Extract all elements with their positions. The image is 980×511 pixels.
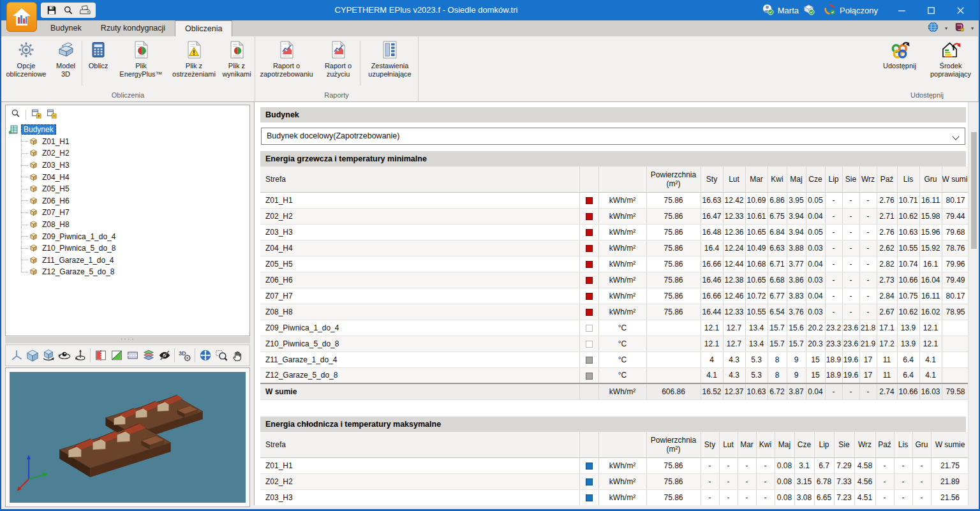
month-value-cell: 8 [768, 352, 787, 367]
user-account-icon[interactable] [762, 3, 774, 17]
tree-item-label: Z10_Piwnica_5_do_8 [42, 244, 115, 253]
tab-budynek[interactable]: Budynek [41, 20, 91, 36]
month-value-cell: 17 [859, 352, 877, 367]
language-dropdown-arrow[interactable]: ▾ [945, 26, 947, 31]
maximize-button[interactable] [916, 0, 946, 20]
warnings-file-button[interactable]: Plik zostrzeżeniami [169, 38, 219, 89]
tree-item-z02_h2[interactable]: Z02_H2 [6, 147, 249, 159]
help-book-icon[interactable] [954, 22, 965, 35]
language-globe-icon[interactable] [928, 22, 939, 35]
month-value-cell: - [738, 457, 756, 473]
col-header-month: Maj [787, 167, 806, 192]
3d-model-render[interactable] [10, 372, 246, 503]
energyplus-file-button[interactable]: PlikEnergyPlus™ [113, 38, 169, 89]
isometric-cube-icon[interactable] [24, 347, 40, 364]
month-value-cell: 9 [787, 367, 806, 383]
month-value-cell: 16.48 [701, 224, 723, 240]
tree-item-z11_garaze_1_do_4[interactable]: Z11_Garaze_1_do_4 [6, 255, 249, 267]
search-icon[interactable] [61, 4, 75, 17]
tab-rzuty-kondygnacji[interactable]: Rzuty kondygnacji [91, 20, 175, 36]
collapse-all-icon[interactable] [47, 108, 57, 121]
ribbon: OpcjeobliczenioweModel3DObliczPlikEnergy… [1, 36, 979, 102]
top-section-icon[interactable] [124, 347, 140, 364]
orbit-view-icon[interactable] [56, 347, 72, 364]
tree-search-icon[interactable] [11, 108, 20, 121]
month-value-cell: 0.04 [806, 256, 825, 272]
month-value-cell: 16.03 [919, 383, 942, 399]
total-cell: 78.95 [942, 304, 969, 320]
tree-item-z03_h3[interactable]: Z03_H3 [6, 159, 249, 172]
panel-splitter[interactable]: ···· [5, 337, 250, 343]
zoom-extents-icon[interactable] [197, 347, 213, 364]
axes-icon[interactable] [8, 347, 24, 364]
supplementary-summaries-button[interactable]: Zestawieniauzupełniające [362, 38, 418, 89]
unit-cell: kWh/m² [598, 272, 646, 288]
month-value-cell: - [825, 288, 842, 304]
total-cell: 21.56 [931, 489, 969, 505]
layers-icon[interactable] [140, 347, 156, 364]
calculate-button[interactable]: Oblicz [84, 38, 113, 89]
app-logo-icon[interactable] [6, 2, 37, 32]
month-value-cell: - [875, 457, 894, 473]
month-value-cell: 13.4 [745, 336, 768, 352]
tab-obliczenia[interactable]: Obliczenia [175, 20, 232, 36]
help-dropdown-arrow[interactable]: ▾ [971, 26, 974, 31]
month-value-cell: 0.08 [775, 473, 794, 489]
side-section-icon[interactable] [108, 347, 124, 364]
month-value-cell: 4.56 [854, 473, 875, 489]
user-name[interactable]: Marta [778, 6, 799, 15]
month-value-cell: 20.2 [806, 320, 825, 336]
scrollbar-thumb[interactable] [971, 132, 977, 249]
table-row: Z03_H3kWh/m²75.8616.4812.3610.656.843.94… [260, 224, 969, 240]
front-section-icon[interactable] [93, 347, 108, 364]
demand-report-icon [276, 40, 297, 60]
hide-elements-icon[interactable] [156, 347, 172, 364]
unit-cell: kWh/m² [598, 256, 646, 272]
month-value-cell: 7.33 [834, 473, 854, 489]
tree-item-z07_h7[interactable]: Z07_H7 [6, 207, 249, 219]
turntable-icon[interactable] [72, 347, 88, 364]
month-value-cell: 2.84 [877, 288, 897, 304]
month-value-cell: 11 [877, 352, 897, 367]
close-button[interactable] [946, 0, 975, 20]
tree-item-z01_h1[interactable]: Z01_H1 [6, 136, 249, 148]
consumption-report-button[interactable]: Raport ozużyciu [318, 38, 359, 89]
print-icon[interactable] [78, 4, 92, 17]
tree-root-budynek[interactable]: Budynek [6, 124, 249, 136]
tree-item-z10_piwnica_5_do_8[interactable]: Z10_Piwnica_5_do_8 [6, 242, 249, 255]
zoom-window-icon[interactable] [213, 347, 229, 364]
license-icon[interactable] [803, 3, 815, 17]
month-value-cell: - [859, 224, 877, 240]
minimize-button[interactable] [887, 0, 916, 20]
rotate-model-icon[interactable] [40, 347, 56, 364]
improvement-measure-button[interactable]: Środekpoprawiający [923, 38, 978, 89]
month-value-cell: 10.62 [897, 304, 919, 320]
demand-report-button[interactable]: Raport ozapotrzebowaniu [255, 38, 318, 89]
vertical-scrollbar[interactable] [968, 102, 979, 505]
month-value-cell: 4.1 [919, 367, 942, 383]
marker-cell [579, 367, 598, 383]
connection-sync-icon[interactable] [824, 3, 836, 17]
tree-item-z05_h5[interactable]: Z05_H5 [6, 183, 249, 195]
tree-item-z12_garaze_5_do_8[interactable]: Z12_Garaze_5_do_8 [6, 266, 249, 278]
expand-all-icon[interactable] [31, 108, 41, 121]
marker-cell [579, 288, 598, 304]
calculation-options-gear-button[interactable]: Opcjeobliczeniowe [1, 38, 51, 89]
share-button[interactable]: Udostępnij [876, 38, 923, 89]
month-value-cell: 16.66 [701, 256, 723, 272]
building-select[interactable]: Budynek docelowy(Zapotrzebowanie) [261, 128, 965, 145]
month-value-cell: 3.94 [787, 224, 806, 240]
model-3d-button[interactable]: Model3D [51, 38, 80, 89]
tree-item-z08_h8[interactable]: Z08_H8 [6, 219, 249, 231]
results-file-button[interactable]: Plik zwynikami [219, 38, 255, 89]
month-value-cell: 21.9 [859, 336, 877, 352]
month-value-cell: 23.6 [842, 336, 859, 352]
pan-icon[interactable] [229, 347, 245, 364]
tree-item-z09_piwnica_1_do_4[interactable]: Z09_Piwnica_1_do_4 [6, 230, 249, 242]
tree-item-label: Z09_Piwnica_1_do_4 [42, 232, 115, 241]
save-icon[interactable] [45, 4, 59, 17]
tree-item-z04_h4[interactable]: Z04_H4 [6, 171, 249, 183]
zone-cube-icon [29, 255, 39, 265]
tree-item-z06_h6[interactable]: Z06_H6 [6, 195, 249, 207]
3d-settings-icon[interactable]: 3D [177, 347, 193, 364]
